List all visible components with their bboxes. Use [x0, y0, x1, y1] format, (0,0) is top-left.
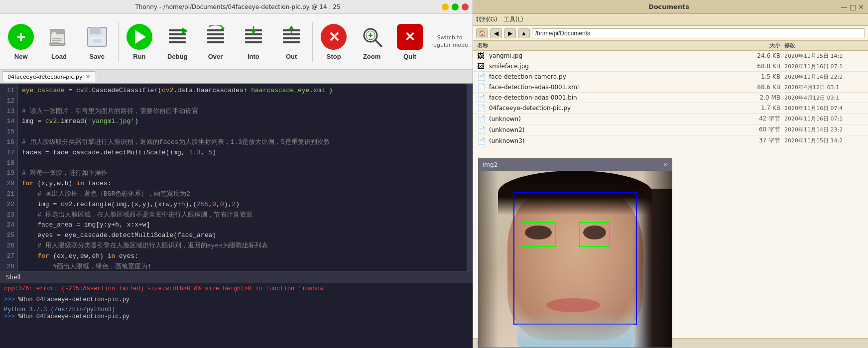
load-button[interactable]: Load: [41, 17, 77, 67]
debug-icon: [163, 23, 191, 51]
svg-rect-24: [245, 41, 262, 43]
fm-path-input[interactable]: [532, 28, 865, 38]
save-button[interactable]: Save: [79, 17, 115, 67]
fm-minimize-button[interactable]: —: [841, 3, 848, 11]
file-date: 2020年11月15日 14:2: [784, 137, 864, 144]
toolbar-divider-1: [118, 22, 119, 62]
minimize-button[interactable]: [442, 3, 449, 10]
maximize-button[interactable]: [452, 3, 459, 10]
toolbar-divider-2: [312, 22, 313, 62]
file-date: 2020年4月12日 03:1: [784, 94, 864, 102]
editor-scrollbar[interactable]: [467, 84, 473, 271]
shell-content[interactable]: cpp:376: error: (-215:Assertion failed) …: [0, 283, 473, 348]
fm-home-button[interactable]: 🏠: [476, 28, 488, 38]
list-item[interactable]: 🖼 yangmi.jpg 24.6 KB 2020年11月15日 14:1: [473, 51, 868, 61]
window-controls: [442, 3, 469, 10]
file-name: (unknown): [489, 116, 744, 122]
save-label: Save: [90, 53, 105, 60]
quit-button[interactable]: Quit: [392, 17, 428, 67]
fm-col-modified: 修改: [784, 42, 864, 49]
file-icon: 🖼: [477, 62, 486, 70]
fm-close-button[interactable]: ✕: [858, 3, 864, 11]
list-item[interactable]: 📄 (unknown) 42 字节 2020年11月16日 07:1: [473, 114, 868, 124]
fm-menu-tools[interactable]: 工具(L): [503, 15, 523, 24]
img2-window-controls: — ✕: [655, 161, 668, 168]
run-button[interactable]: Run: [122, 17, 157, 67]
load-label: Load: [51, 53, 67, 60]
stop-icon: ✕: [320, 23, 348, 51]
file-date: 2020年11月16日 07:4: [784, 105, 864, 112]
new-icon: +: [7, 23, 35, 51]
img2-title-bar: img2 — ✕: [479, 159, 672, 171]
file-icon: 📄: [477, 83, 486, 91]
file-icon: 📄: [477, 115, 486, 123]
fm-menu-goto[interactable]: 转到(G): [476, 15, 497, 24]
file-name: (unknown2): [489, 126, 744, 133]
img2-minimize-button[interactable]: —: [655, 161, 661, 168]
img2-title-text: img2: [483, 161, 497, 168]
file-tab[interactable]: 04faceeye-detection-pic.py ✕: [2, 71, 96, 82]
switch-mode-button[interactable]: Switch to regular mode: [430, 34, 470, 49]
shell-prompt2: >>>: [4, 313, 18, 320]
zoom-label: Zoom: [363, 53, 380, 60]
over-button[interactable]: Over: [197, 17, 233, 67]
svg-marker-32: [289, 25, 294, 29]
fm-col-size: 大小: [744, 42, 784, 49]
title-text: Thonny - /home/pi/Documents/04faceeye-de…: [34, 3, 442, 10]
file-date: 2020年11月16日 07:1: [784, 63, 864, 70]
list-item[interactable]: 🖼 smileface.jpg 68.8 KB 2020年11月16日 07:1: [473, 61, 868, 72]
editor-area[interactable]: 11 12 13 14 15 16 17 18 19 20 21 22 23 2…: [0, 84, 473, 271]
img2-close-button[interactable]: ✕: [663, 161, 668, 168]
svg-rect-23: [245, 37, 262, 39]
list-item[interactable]: 📄 (unknown3) 37 字节 2020年11月15日 14:2: [473, 135, 868, 146]
quit-icon: [396, 23, 424, 51]
fm-title-bar: Documents — □ ✕: [473, 0, 868, 14]
list-item[interactable]: 📄 face-detection-camera.py 1.5 KB 2020年1…: [473, 72, 868, 82]
list-item[interactable]: 📄 04faceeye-detection-pic.py 1.7 KB 2020…: [473, 103, 868, 114]
file-date: 2020年11月15日 14:1: [784, 52, 864, 60]
file-size: 88.6 KB: [744, 84, 784, 91]
shell-panel: Shell cpp:376: error: (-215:Assertion fa…: [0, 271, 473, 348]
svg-rect-6: [49, 43, 65, 45]
shell-tab-label: Shell: [6, 274, 20, 281]
shell-prompt1: >>>: [4, 296, 18, 303]
svg-rect-17: [207, 33, 224, 35]
over-label: Over: [208, 53, 223, 60]
shell-info: Python 3.7.3 (/usr/bin/python3): [4, 306, 115, 313]
code-editor[interactable]: eye_cascade = cv2.CascadeClassifier(cv2.…: [18, 84, 467, 271]
zoom-button[interactable]: Zoom: [354, 17, 389, 67]
out-label: Out: [286, 53, 297, 60]
out-button[interactable]: Out: [273, 17, 309, 67]
shell-tab[interactable]: Shell: [0, 271, 473, 283]
file-name: face-detection-adas-0001.bin: [489, 94, 744, 101]
fm-back-button[interactable]: ◀: [490, 28, 502, 38]
list-item[interactable]: 📄 face-detection-adas-0001.bin 2.0 MB 20…: [473, 93, 868, 103]
svg-rect-3: [52, 38, 62, 39]
file-name: (unknown3): [489, 137, 744, 144]
file-size: 1.7 KB: [744, 105, 784, 112]
stop-button[interactable]: ✕ Stop: [316, 17, 352, 67]
run-label: Run: [133, 53, 145, 60]
list-item[interactable]: 📄 face-detection-adas-0001.xml 88.6 KB 2…: [473, 82, 868, 93]
file-date: 2020年11月14日 22:2: [784, 73, 864, 81]
out-icon: [277, 23, 305, 51]
svg-rect-29: [283, 37, 300, 39]
file-size: 68.8 KB: [744, 63, 784, 70]
into-button[interactable]: Into: [236, 17, 271, 67]
debug-button[interactable]: Debug: [159, 17, 195, 67]
fm-menu: 转到(G) 工具(L): [473, 14, 868, 26]
fm-list-header: 名称 大小 修改: [473, 41, 868, 51]
fm-maximize-button[interactable]: □: [850, 3, 856, 11]
new-button[interactable]: + New: [3, 17, 39, 67]
file-name: face-detection-adas-0001.xml: [489, 84, 744, 91]
fm-up-button[interactable]: ▲: [518, 28, 530, 38]
shell-error-line: cpp:376: error: (-215:Assertion failed) …: [4, 285, 469, 292]
fm-forward-button[interactable]: ▶: [504, 28, 516, 38]
svg-rect-18: [207, 37, 224, 39]
tab-close-icon[interactable]: ✕: [85, 73, 90, 80]
img2-window: img2 — ✕: [478, 158, 672, 348]
close-button[interactable]: [462, 3, 469, 10]
face-detection-image: [479, 171, 672, 348]
list-item[interactable]: 📄 (unknown2) 60 字节 2020年11月14日 23:2: [473, 124, 868, 135]
file-date: 2020年11月14日 23:2: [784, 126, 864, 133]
